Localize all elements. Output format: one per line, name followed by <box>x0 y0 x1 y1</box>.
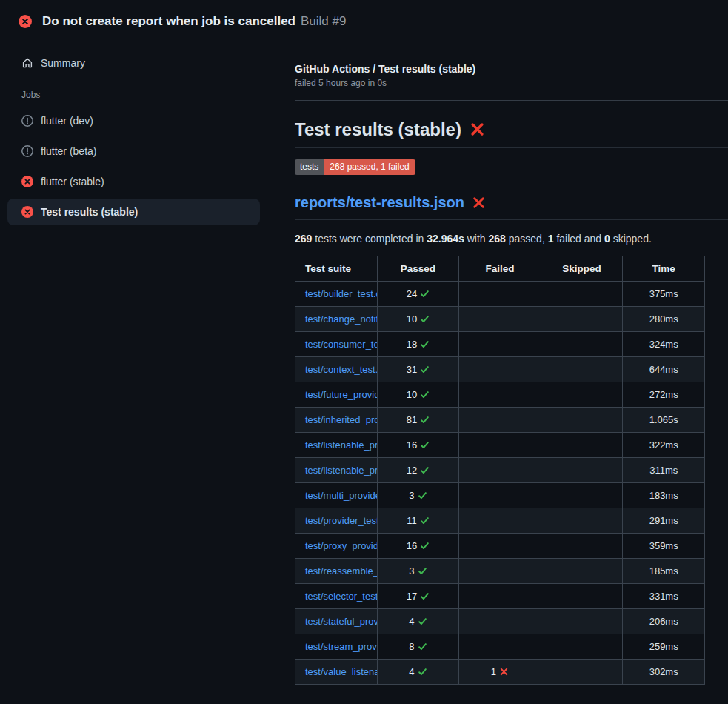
table-row: test/stateful_provider_test.dart4206ms <box>295 609 705 634</box>
time-cell: 183ms <box>623 483 705 508</box>
suite-link[interactable]: test/builder_test.dart <box>305 288 377 299</box>
suite-link[interactable]: test/consumer_test.dart <box>305 339 377 350</box>
table-row: test/future_provider_test.dart10272ms <box>295 382 705 408</box>
suite-link[interactable]: test/future_provider_test.dart <box>305 389 377 400</box>
tests-badge: tests 268 passed, 1 failed <box>295 159 415 175</box>
failed-cell <box>459 332 541 357</box>
column-header-skipped: Skipped <box>541 256 623 282</box>
sidebar-item-flutter-stable[interactable]: flutter (stable) <box>7 168 260 195</box>
table-row: test/consumer_test.dart18324ms <box>295 332 705 357</box>
time-cell: 302ms <box>623 660 705 685</box>
suite-link[interactable]: test/reassemble_test.dart <box>305 565 377 577</box>
passed-cell: 10 <box>377 382 459 408</box>
report-file-link[interactable]: reports/test-results.json <box>295 193 464 213</box>
suite-cell: test/reassemble_test.dart <box>295 559 378 584</box>
passed-cell: 3 <box>377 559 459 584</box>
check-icon <box>420 541 430 551</box>
report-heading: reports/test-results.json <box>295 193 728 220</box>
time-cell: 291ms <box>623 508 705 534</box>
failed-cell: 1 <box>459 660 541 685</box>
check-run-output: GitHub Actions / Test results (stable) f… <box>295 36 728 685</box>
skipped-cell <box>541 609 623 634</box>
sidebar-item-label: flutter (dev) <box>41 115 93 127</box>
suite-cell: test/context_test.dart <box>295 357 378 382</box>
suite-link[interactable]: test/stream_provider_test.dart <box>305 641 377 652</box>
sidebar-item-flutter-dev[interactable]: flutter (dev) <box>7 107 260 134</box>
suite-link[interactable]: test/change_notifier_provider_test.dart <box>305 313 377 325</box>
table-header-row: Test suitePassedFailedSkippedTime <box>295 256 705 282</box>
failed-cell <box>459 534 541 559</box>
time-cell: 324ms <box>623 332 705 357</box>
sidebar-item-test-results-stable[interactable]: Test results (stable) <box>7 199 260 225</box>
failed-cell <box>459 282 541 307</box>
skipped-cell <box>541 332 623 357</box>
check-icon <box>420 390 430 399</box>
suite-link[interactable]: test/multi_provider_test.dart <box>305 490 377 501</box>
time-cell: 272ms <box>623 382 705 408</box>
sidebar-item-flutter-beta[interactable]: flutter (beta) <box>7 138 260 165</box>
passed-cell: 17 <box>377 584 459 609</box>
check-breadcrumb: GitHub Actions / Test results (stable) <box>295 63 728 75</box>
table-row: test/stream_provider_test.dart8259ms <box>295 634 705 660</box>
badge-label: tests <box>295 159 324 175</box>
suite-link[interactable]: test/selector_test.dart <box>305 591 377 602</box>
check-icon <box>420 440 430 450</box>
suite-link[interactable]: test/listenable_provider_test.dart <box>305 439 377 451</box>
stop-icon <box>21 115 33 127</box>
section-title-text: Test results (stable) <box>295 117 461 142</box>
suite-cell: test/consumer_test.dart <box>295 332 378 357</box>
skipped-cell <box>541 433 623 458</box>
suite-link[interactable]: test/inherited_provider_test.dart <box>305 414 377 425</box>
suite-cell: test/selector_test.dart <box>295 584 378 609</box>
time-cell: 359ms <box>623 534 705 559</box>
table-row: test/value_listenable_provider_test.dart… <box>295 660 705 685</box>
suite-link[interactable]: test/listenable_proxy_provider_test.dart <box>305 465 377 476</box>
skipped-cell <box>541 634 623 660</box>
check-icon <box>420 516 430 525</box>
x-circle-icon <box>21 176 33 187</box>
suite-link[interactable]: test/proxy_provider_test.dart <box>305 540 377 551</box>
failed-cell <box>459 357 541 382</box>
suite-cell: test/stateful_provider_test.dart <box>295 609 378 634</box>
divider <box>295 100 728 101</box>
table-row: test/proxy_provider_test.dart16359ms <box>295 534 705 559</box>
check-icon <box>420 465 430 475</box>
sidebar-item-summary[interactable]: Summary <box>7 51 260 75</box>
check-icon <box>418 642 427 651</box>
skipped-cell <box>541 382 623 408</box>
suite-link[interactable]: test/stateful_provider_test.dart <box>305 616 377 627</box>
suite-cell: test/value_listenable_provider_test.dart <box>295 660 378 685</box>
stop-icon <box>21 145 33 157</box>
passed-cell: 16 <box>377 534 459 559</box>
section-title: Test results (stable) <box>295 117 728 148</box>
skipped-cell <box>541 458 623 483</box>
table-row: test/listenable_proxy_provider_test.dart… <box>295 458 705 483</box>
table-row: test/inherited_provider_test.dart811.065… <box>295 408 705 433</box>
skipped-cell <box>541 408 623 433</box>
jobs-list: flutter (dev)flutter (beta)flutter (stab… <box>7 107 280 225</box>
failed-cell <box>459 634 541 660</box>
suite-link[interactable]: test/value_listenable_provider_test.dart <box>305 666 377 677</box>
sidebar-item-label: flutter (beta) <box>41 145 96 157</box>
suite-cell: test/inherited_provider_test.dart <box>295 408 378 433</box>
check-icon <box>418 566 427 576</box>
passed-cell: 12 <box>377 458 459 483</box>
failed-cell <box>459 508 541 534</box>
run-header: Do not create report when job is cancell… <box>0 0 728 36</box>
check-icon <box>420 314 430 324</box>
time-cell: 259ms <box>623 634 705 660</box>
check-icon <box>418 667 427 677</box>
skipped-cell <box>541 282 623 307</box>
failed-cell <box>459 559 541 584</box>
check-icon <box>420 591 430 601</box>
column-header-failed: Failed <box>459 256 541 282</box>
failed-cell <box>459 408 541 433</box>
skipped-cell <box>541 534 623 559</box>
skipped-cell <box>541 508 623 534</box>
time-cell: 375ms <box>623 282 705 307</box>
column-header-time: Time <box>623 256 705 282</box>
suite-link[interactable]: test/context_test.dart <box>305 364 377 375</box>
suite-link[interactable]: test/provider_test.dart <box>305 515 377 526</box>
time-cell: 322ms <box>623 433 705 458</box>
failed-cell <box>459 609 541 634</box>
